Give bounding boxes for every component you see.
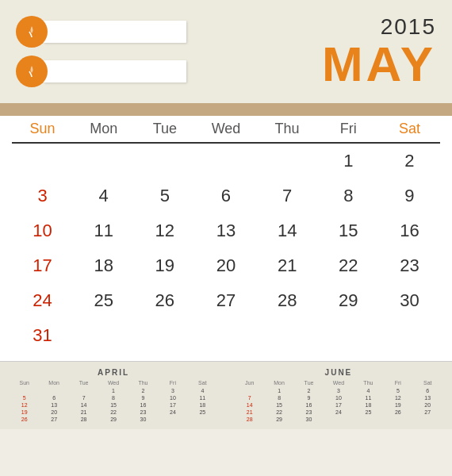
mini-april-title: APRIL xyxy=(10,368,217,377)
mini-h-sat2: Sat xyxy=(413,380,442,386)
mini-calendars: APRIL Sun Mon Tue Wed Thu Fri Sat 1 2 3 … xyxy=(0,361,452,429)
divider-bar xyxy=(0,103,452,116)
cal-cell-11: 11 xyxy=(73,213,134,248)
cal-cell xyxy=(73,144,134,178)
cal-cell-23: 23 xyxy=(379,248,440,283)
orange-circle-1 xyxy=(16,16,48,48)
cal-cell-21: 21 xyxy=(257,248,318,283)
cal-cell-28: 28 xyxy=(257,283,318,318)
cal-cell-3: 3 xyxy=(12,178,73,213)
cal-cell-30: 30 xyxy=(379,283,440,318)
header-fri: Fri xyxy=(318,121,379,137)
mini-h-mon2: Mon xyxy=(264,380,293,386)
mini-h-sat: Sat xyxy=(188,380,217,386)
cal-cell-8: 8 xyxy=(318,178,379,213)
mini-h-jun: Jun xyxy=(235,380,264,386)
calendar-grid: 1 2 3 4 5 6 7 8 9 10 11 12 13 14 15 16 1… xyxy=(12,144,440,353)
cal-cell-22: 22 xyxy=(318,248,379,283)
mini-june-grid: 1 2 3 4 5 6 7 8 9 10 11 12 13 14 15 16 1… xyxy=(235,387,442,423)
mini-h-thu: Thu xyxy=(128,380,158,386)
mini-cal-june: JUNE Jun Mon Tue Wed Thu Fri Sat 1 2 3 4… xyxy=(235,368,442,423)
cal-cell-1: 1 xyxy=(318,144,379,178)
cal-cell-9: 9 xyxy=(379,178,440,213)
mini-april-grid: 1 2 3 4 5 6 7 8 9 10 11 12 13 14 15 16 1… xyxy=(10,387,217,423)
mini-h-wed: Wed xyxy=(98,380,128,386)
cal-cell-25: 25 xyxy=(73,283,134,318)
cal-cell-14: 14 xyxy=(257,213,318,248)
day-headers: Sun Mon Tue Wed Thu Fri Sat xyxy=(12,116,440,144)
mini-h-fri: Fri xyxy=(158,380,187,386)
cal-cell-13: 13 xyxy=(195,213,256,248)
cal-cell-12: 12 xyxy=(134,213,195,248)
cal-cell-6: 6 xyxy=(195,178,256,213)
note-paper-1 xyxy=(44,21,186,43)
cal-cell-29: 29 xyxy=(318,283,379,318)
cal-cell-16: 16 xyxy=(379,213,440,248)
year-month: 2015 MAY xyxy=(322,14,436,89)
month-label: MAY xyxy=(322,40,436,89)
cal-cell-24: 24 xyxy=(12,283,73,318)
mini-h-fri2: Fri xyxy=(383,380,412,386)
cal-cell-19: 19 xyxy=(134,248,195,283)
mini-h-mon: Mon xyxy=(39,380,68,386)
mini-h-sun: Sun xyxy=(10,380,39,386)
mini-h-wed2: Wed xyxy=(324,380,353,386)
cal-cell xyxy=(318,318,379,353)
cal-cell xyxy=(195,144,256,178)
cal-cell-27: 27 xyxy=(195,283,256,318)
cal-cell xyxy=(195,318,256,353)
cal-cell-15: 15 xyxy=(318,213,379,248)
cal-cell xyxy=(134,318,195,353)
cal-cell xyxy=(257,318,318,353)
cal-cell-26: 26 xyxy=(134,283,195,318)
cal-cell-2: 2 xyxy=(379,144,440,178)
mini-h-tue2: Tue xyxy=(294,380,324,386)
cal-cell-20: 20 xyxy=(195,248,256,283)
cal-cell-5: 5 xyxy=(134,178,195,213)
header-sat: Sat xyxy=(379,121,440,137)
mini-h-tue: Tue xyxy=(69,380,98,386)
cal-cell-31: 31 xyxy=(12,318,73,353)
header-thu: Thu xyxy=(257,121,318,137)
cal-cell xyxy=(257,144,318,178)
orange-circle-2 xyxy=(16,56,48,87)
cal-cell xyxy=(73,318,134,353)
header-tue: Tue xyxy=(134,121,195,137)
cal-cell-7: 7 xyxy=(257,178,318,213)
cal-cell xyxy=(12,144,73,178)
note-paper-2 xyxy=(44,60,186,83)
main-calendar: Sun Mon Tue Wed Thu Fri Sat 1 2 3 4 5 6 … xyxy=(0,116,452,361)
cal-cell-4: 4 xyxy=(73,178,134,213)
header-wed: Wed xyxy=(195,121,256,137)
mini-april-headers: Sun Mon Tue Wed Thu Fri Sat xyxy=(10,380,217,386)
cal-cell xyxy=(134,144,195,178)
header-sun: Sun xyxy=(12,121,73,137)
cal-cell xyxy=(379,318,440,353)
cal-cell-17: 17 xyxy=(12,248,73,283)
cal-cell-18: 18 xyxy=(73,248,134,283)
mini-june-headers: Jun Mon Tue Wed Thu Fri Sat xyxy=(235,380,442,386)
cal-cell-10: 10 xyxy=(12,213,73,248)
mini-cal-april: APRIL Sun Mon Tue Wed Thu Fri Sat 1 2 3 … xyxy=(10,368,217,423)
header-mon: Mon xyxy=(73,121,134,137)
calendar-header: 2015 MAY xyxy=(0,0,452,103)
mini-june-title: JUNE xyxy=(235,368,442,377)
mini-h-thu2: Thu xyxy=(354,380,383,386)
